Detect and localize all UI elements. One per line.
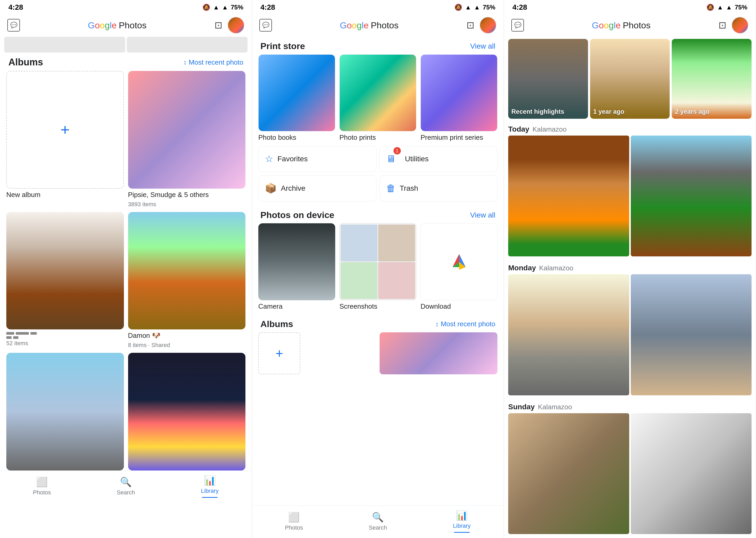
time-2: 4:28: [260, 3, 275, 12]
print-store-header: Print store View all: [252, 37, 504, 54]
archive-label: Archive: [281, 184, 305, 192]
new-album-preview[interactable]: +: [258, 332, 300, 374]
sort-button[interactable]: ↕ Most recent photo: [183, 58, 243, 67]
sort-icon: ↕: [183, 59, 187, 66]
package-photo[interactable]: [508, 274, 629, 395]
pipsie-album-name: Pipsie, Smudge & 5 others: [128, 191, 246, 199]
premium-print-label: Premium print series: [420, 134, 497, 141]
panel-1: 4:28 🔕 ▲ ▲ 75% 💬 Google Photos ⊡ Albums …: [0, 0, 252, 538]
photo-prints-item[interactable]: Photo prints: [339, 54, 416, 141]
2-years-ago-item[interactable]: 2 years ago: [672, 39, 752, 119]
album-preview-2[interactable]: [380, 332, 498, 374]
cat2-photo[interactable]: [508, 413, 629, 534]
albums-header-2: Albums ↕ Most recent photo: [252, 315, 504, 332]
interior-album-thumb: [6, 212, 124, 330]
top-partial-1: [0, 37, 252, 53]
message-icon-3[interactable]: 💬: [511, 19, 524, 31]
sky-album-item[interactable]: [6, 353, 124, 470]
pumpkins-photo[interactable]: [508, 135, 629, 257]
app-bar-1: 💬 Google Photos ⊡: [0, 14, 252, 37]
avatar-2[interactable]: [480, 17, 496, 34]
app-bar-3: 💬 Google Photos ⊡: [504, 14, 756, 37]
damon-album-item[interactable]: Damon 🐶 8 items · Shared: [128, 212, 246, 349]
message-icon-2[interactable]: 💬: [260, 19, 272, 31]
pipsie-album-item[interactable]: Pipsie, Smudge & 5 others 3893 items: [128, 71, 246, 208]
concert-album-thumb: [128, 353, 246, 470]
photo-books-label: Photo books: [258, 134, 335, 141]
nav-photos-1[interactable]: ⬜ Photos: [26, 476, 58, 496]
new-album-item[interactable]: + New album: [6, 71, 124, 208]
app-bar-right-3: ⊡: [719, 17, 748, 34]
interior-album-meta: 52 items: [6, 340, 124, 347]
sunday-photos: [508, 413, 752, 534]
library-nav-label-1: Library: [201, 488, 219, 494]
wrapped-photo[interactable]: [631, 274, 752, 395]
cast-icon-3[interactable]: ⊡: [719, 20, 726, 31]
wifi-icon-2: ▲: [465, 4, 471, 11]
1-year-ago-label: 1 year ago: [593, 108, 625, 116]
premium-print-item[interactable]: Premium print series: [420, 54, 497, 141]
battery-1: 75%: [231, 4, 243, 11]
nav-library-2[interactable]: 📊 Library: [446, 510, 478, 533]
status-bar-1: 4:28 🔕 ▲ ▲ 75%: [0, 0, 252, 14]
mute-icon: 🔕: [202, 4, 210, 11]
utilities-item[interactable]: 🖥 1 Utilities: [380, 146, 498, 172]
status-icons-3: 🔕 ▲ ▲ 75%: [706, 4, 747, 11]
download-item[interactable]: Download: [420, 223, 497, 310]
interior-album-item[interactable]: 52 items: [6, 212, 124, 349]
utility-grid: ☆ Favorites 🖥 1 Utilities 📦 Archive 🗑 Tr…: [252, 146, 504, 206]
premium-print-thumb: [420, 54, 497, 131]
sort-button-2[interactable]: ↕ Most recent photo: [436, 320, 495, 328]
nav-search-1[interactable]: 🔍 Search: [110, 476, 141, 496]
print-store-view-all[interactable]: View all: [470, 42, 495, 50]
photo-books-item[interactable]: Photo books: [258, 54, 335, 141]
new-album-thumb: +: [6, 71, 124, 188]
album-preview-photo: [380, 332, 498, 374]
photos-on-device-view-all[interactable]: View all: [470, 211, 495, 219]
favorites-item[interactable]: ☆ Favorites: [258, 146, 376, 172]
search-nav-icon-1: 🔍: [120, 476, 132, 488]
cat3-photo[interactable]: [631, 413, 752, 534]
1-year-ago-item[interactable]: 1 year ago: [590, 39, 670, 119]
panel-2: 4:28 🔕 ▲ ▲ 75% 💬 Google Photos ⊡ Print s…: [252, 0, 504, 538]
albums-sort-label-2: Most recent photo: [441, 320, 495, 328]
screenshots-item[interactable]: Screenshots: [339, 223, 416, 310]
interior-photo: [6, 212, 124, 330]
avatar-3[interactable]: [732, 17, 748, 34]
message-icon-1[interactable]: 💬: [7, 19, 20, 31]
today-header: Today Kalamazoo: [508, 125, 752, 134]
screenshots-label: Screenshots: [339, 302, 416, 310]
nav-photos-2[interactable]: ⬜ Photos: [278, 512, 310, 531]
print-store-grid: Photo books Photo prints Premium print s…: [252, 54, 504, 146]
tree-photo[interactable]: [631, 135, 752, 257]
time-3: 4:28: [512, 3, 527, 12]
monday-day-label: Monday: [508, 264, 536, 272]
google-one-svg: [451, 253, 467, 271]
concert-album-item[interactable]: [128, 353, 246, 470]
trash-label: Trash: [400, 184, 418, 192]
sky-photo: [6, 353, 124, 470]
avatar-1[interactable]: [228, 17, 244, 34]
monday-header: Monday Kalamazoo: [508, 264, 752, 272]
camera-thumb: [258, 223, 335, 300]
wifi-icon-3: ▲: [717, 4, 723, 11]
cast-icon-2[interactable]: ⊡: [466, 20, 474, 31]
monday-photos: [508, 274, 752, 395]
concert-photo: [128, 353, 246, 470]
nav-search-2[interactable]: 🔍 Search: [362, 512, 394, 531]
sort-icon-2: ↕: [436, 320, 439, 328]
wifi-icon: ▲: [213, 4, 219, 11]
trash-item[interactable]: 🗑 Trash: [380, 175, 498, 201]
recent-highlights-item[interactable]: Recent highlights: [508, 39, 588, 119]
today-day-label: Today: [508, 125, 529, 134]
cast-icon-1[interactable]: ⊡: [214, 20, 222, 31]
app-bar-right-2: ⊡: [466, 17, 496, 34]
library-nav-icon-1: 📊: [204, 475, 216, 486]
archive-item[interactable]: 📦 Archive: [258, 175, 376, 201]
search-nav-icon-2: 🔍: [372, 512, 384, 523]
sunday-day-label: Sunday: [508, 403, 535, 411]
camera-item[interactable]: Camera: [258, 223, 335, 310]
photo-prints-label: Photo prints: [339, 134, 416, 141]
nav-library-1[interactable]: 📊 Library: [194, 475, 225, 498]
search-nav-label-1: Search: [117, 489, 135, 496]
